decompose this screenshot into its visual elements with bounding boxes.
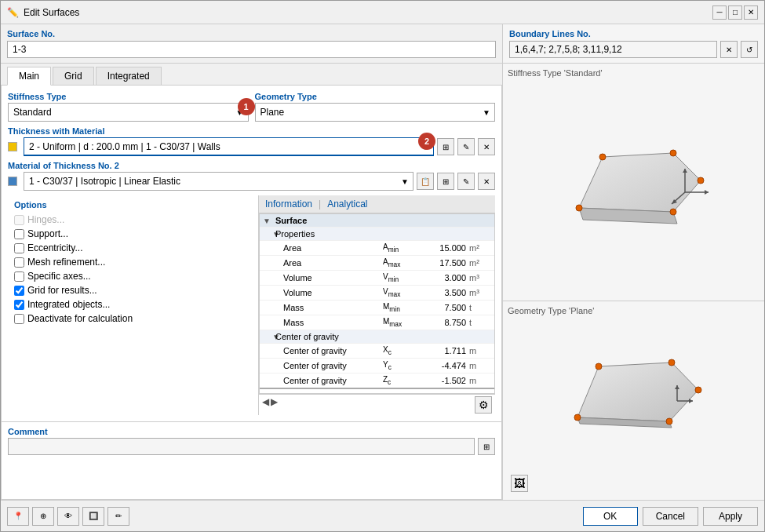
checkbox-mesh[interactable] [14, 257, 24, 268]
material-icon-btn-2[interactable]: ⊞ [437, 173, 454, 190]
title-icon: ✏️ [7, 7, 19, 18]
label-integrated: Integrated objects... [27, 299, 110, 310]
cancel-button[interactable]: Cancel [643, 507, 698, 526]
stiffness-select[interactable]: Standard [8, 103, 249, 122]
tab-integrated[interactable]: Integrated [96, 67, 162, 85]
comment-icon-btn[interactable]: ⊞ [478, 438, 495, 455]
maximize-button[interactable]: □ [728, 5, 742, 20]
svg-point-6 [576, 205, 582, 211]
boundary-icon-btn-2[interactable]: ↺ [741, 41, 758, 58]
cell-cog-x-label: Center of gravity [282, 346, 381, 355]
boundary-label: Boundary Lines No. [509, 29, 758, 38]
checkbox-grid[interactable] [14, 286, 24, 296]
toolbar-btn-edit[interactable]: ✏ [107, 507, 129, 526]
title-bar: ✏️ Edit Surfaces ─ □ ✕ [1, 1, 764, 24]
stiffness-shape-container [508, 81, 760, 296]
tree-row-vol-max: Volume Vmax 3.500 m³ [260, 286, 494, 301]
thickness-icon-btn-1[interactable]: ⊞ [437, 138, 454, 155]
svg-point-15 [596, 363, 602, 370]
checkbox-deactivate[interactable] [14, 314, 24, 324]
tree-row-yc: Center of gravity Yc -4.474 m [260, 359, 494, 373]
svg-point-16 [668, 359, 675, 366]
toolbar-btn-coords[interactable]: 📍 [7, 507, 29, 526]
left-panel: Surface No. Main Grid Integrated Stiffne… [1, 24, 503, 500]
tab-main[interactable]: Main [7, 67, 51, 86]
cell-vol-max-val: 3.500 [421, 288, 468, 297]
thickness-row: 2 - Uniform | d : 200.0 mm | 1 - C30/37 … [8, 137, 495, 156]
minimize-button[interactable]: ─ [712, 5, 727, 20]
cell-yc: Yc [381, 360, 421, 371]
checkbox-support[interactable] [14, 229, 24, 239]
toolbar-btn-view[interactable]: 👁 [57, 507, 79, 526]
tree-table: ▼ Surface ▼ Properties A [259, 213, 495, 394]
info-tab-information[interactable]: Information [265, 199, 312, 210]
info-panel: Information | Analytical ▼ Surface [259, 195, 495, 415]
tree-footer: ◀ ▶ ⚙ [259, 394, 495, 415]
label-hinges: Hinges... [27, 214, 64, 225]
checkbox-axes[interactable] [14, 271, 24, 282]
material-icon-btn-1[interactable]: 📋 [417, 173, 434, 190]
cell-area-min-unit: m² [468, 243, 491, 253]
thickness-icon-btn-2[interactable]: ✎ [457, 138, 475, 155]
boundary-input[interactable] [509, 41, 717, 58]
tree-row-area-max: Area Amax 17.500 m² [260, 256, 494, 271]
svg-point-3 [670, 150, 676, 156]
label-eccentricity: Eccentricity... [27, 242, 82, 253]
geometry-group: Geometry Type Plane ▼ [255, 92, 496, 122]
tab-grid[interactable]: Grid [53, 67, 94, 85]
tree-row-cog: ▼ Center of gravity [260, 330, 494, 344]
geometry-bottom-bar: 🖼 [508, 472, 531, 495]
expand-properties[interactable]: ▼ [263, 230, 274, 239]
thickness-icon-btn-3[interactable]: ✕ [478, 138, 495, 155]
material-select[interactable]: 1 - C30/37 | Isotropic | Linear Elastic [24, 172, 413, 191]
checkbox-hinges[interactable] [14, 215, 24, 225]
label-deactivate: Deactivate for calculation [27, 313, 133, 324]
checkbox-integrated[interactable] [14, 300, 24, 310]
scroll-left-icon[interactable]: ◀ [262, 396, 269, 414]
table-settings-btn[interactable]: ⚙ [475, 396, 492, 414]
geometry-icon-btn[interactable]: 🖼 [511, 475, 528, 492]
close-button[interactable]: ✕ [744, 5, 758, 20]
material-row: 1 - C30/37 | Isotropic | Linear Elastic … [8, 172, 495, 191]
cell-cog: Center of gravity [274, 332, 491, 341]
boundary-icon-btn-1[interactable]: ✕ [720, 41, 738, 58]
cell-zc-unit: m [468, 376, 491, 385]
cell-vmax: Vmax [381, 287, 421, 298]
svg-point-2 [599, 154, 606, 160]
material-icon-btn-4[interactable]: ✕ [478, 173, 495, 190]
scroll-right-icon[interactable]: ▶ [271, 396, 278, 414]
toolbar-btn-render[interactable]: 🔲 [82, 507, 104, 526]
cell-area1: Area [282, 243, 381, 253]
apply-button[interactable]: Apply [703, 507, 758, 526]
info-tab-analytical[interactable]: Analytical [327, 199, 367, 210]
option-hinges: Hinges... [14, 214, 252, 225]
svg-marker-13 [577, 363, 698, 421]
comment-input[interactable] [8, 438, 475, 455]
material-icon-btn-3[interactable]: ✎ [457, 173, 475, 190]
thickness-select[interactable]: 2 - Uniform | d : 200.0 mm | 1 - C30/37 … [24, 137, 434, 156]
expand-cog[interactable]: ▼ [263, 333, 274, 341]
cell-properties: Properties [274, 229, 491, 239]
tab-inner: Stiffness Type Standard ▼ 1 Geometry Typ… [2, 86, 501, 421]
ok-button[interactable]: OK [583, 507, 638, 526]
cell-vol-min-unit: m³ [468, 273, 491, 282]
geometry-select[interactable]: Plane [255, 103, 496, 122]
surface-no-input[interactable] [7, 41, 496, 58]
cell-vol-min-val: 3.000 [421, 273, 468, 282]
yellow-dot-icon [8, 142, 17, 151]
geometry-preview: Geometry Type 'Plane' [503, 301, 764, 500]
main-content: Surface No. Main Grid Integrated Stiffne… [1, 24, 764, 500]
checkbox-eccentricity[interactable] [14, 243, 24, 253]
expand-surface[interactable]: ▼ [263, 217, 274, 225]
cell-area2: Area [282, 258, 381, 268]
stiffness-shape-svg [556, 141, 712, 235]
option-support: Support... [14, 228, 252, 239]
svg-point-18 [666, 418, 672, 425]
toolbar-btn-snap[interactable]: ⊕ [32, 507, 54, 526]
surface-no-label: Surface No. [7, 29, 496, 38]
title-bar-left: ✏️ Edit Surfaces [7, 7, 79, 18]
cell-surface: Surface [274, 216, 491, 225]
cell-xc: Xc [381, 345, 421, 356]
tree-row-mass-max: Mass Mmax 8.750 t [260, 315, 494, 330]
option-integrated: Integrated objects... [14, 299, 252, 310]
